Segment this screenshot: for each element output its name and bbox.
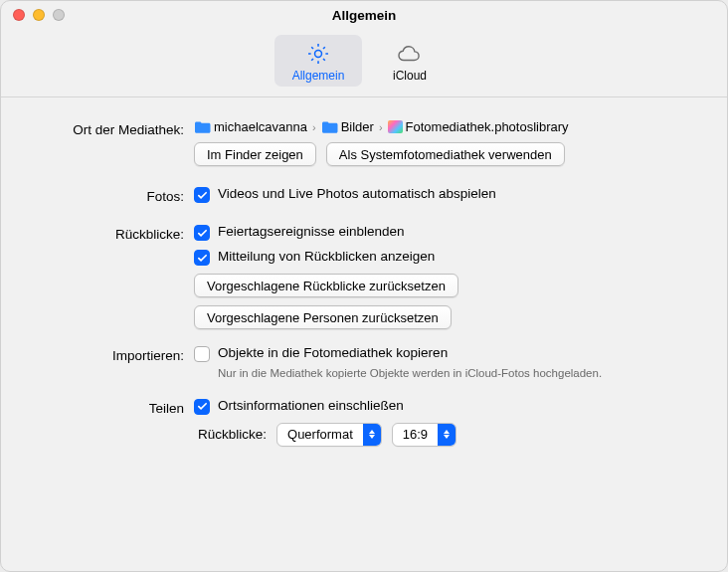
photos-label: Fotos:	[31, 186, 194, 204]
library-path-breadcrumb: michaelcavanna › Bilder › Fotomediathek.…	[194, 119, 697, 134]
holiday-events-checkbox[interactable]	[194, 225, 210, 241]
orientation-select[interactable]: Querformat	[276, 423, 382, 447]
svg-point-0	[315, 51, 322, 58]
chevron-right-icon: ›	[377, 121, 385, 133]
titlebar: Allgemein	[1, 1, 727, 29]
memories-notification-checkbox[interactable]	[194, 250, 210, 266]
use-as-system-library-button[interactable]: Als Systemfotomediathek verwenden	[326, 142, 565, 166]
reset-suggested-people-button[interactable]: Vorgeschlagene Personen zurücksetzen	[194, 305, 452, 329]
preferences-tabbar: Allgemein iCloud	[1, 29, 727, 97]
include-location-checkbox[interactable]	[194, 399, 210, 415]
autoplay-checkbox[interactable]	[194, 187, 210, 203]
folder-icon	[321, 120, 338, 134]
orientation-select-value: Querformat	[277, 427, 363, 442]
select-arrows-icon	[363, 424, 381, 446]
preferences-window: Allgemein Allgemein iCloud Ort der Media…	[0, 0, 728, 572]
tab-general-label: Allgemein	[292, 69, 345, 83]
memories-notification-checkbox-label: Mitteilung von Rückblicken anzeigen	[218, 249, 435, 264]
share-label: Teilen	[31, 398, 194, 416]
import-label: Importieren:	[31, 345, 194, 363]
cloud-icon	[396, 41, 424, 67]
library-location-label: Ort der Mediathek:	[31, 119, 194, 137]
memories-format-label: Rückblicke:	[198, 427, 267, 442]
tab-general[interactable]: Allgemein	[274, 35, 362, 87]
chevron-right-icon: ›	[310, 121, 318, 133]
breadcrumb-seg-2[interactable]: Bilder	[341, 119, 374, 134]
copy-to-library-hint: Nur in die Mediathek kopierte Objekte we…	[218, 366, 697, 382]
memories-label: Rückblicke:	[31, 224, 194, 242]
copy-to-library-checkbox-label: Objekte in die Fotomediathek kopieren	[218, 345, 448, 360]
breadcrumb-seg-3[interactable]: Fotomediathek.photoslibrary	[406, 119, 569, 134]
tab-icloud-label: iCloud	[393, 69, 427, 83]
aspect-ratio-select[interactable]: 16:9	[392, 423, 456, 447]
show-in-finder-button[interactable]: Im Finder zeigen	[194, 142, 316, 166]
breadcrumb-seg-1[interactable]: michaelcavanna	[214, 119, 307, 134]
holiday-events-checkbox-label: Feiertagsereignisse einblenden	[218, 224, 405, 239]
photoslibrary-icon	[388, 120, 403, 133]
aspect-ratio-select-value: 16:9	[393, 427, 438, 442]
preferences-content: Ort der Mediathek: michaelcavanna › Bild…	[1, 97, 727, 571]
include-location-checkbox-label: Ortsinformationen einschließen	[218, 398, 404, 413]
gear-icon	[304, 41, 332, 67]
window-title: Allgemein	[1, 8, 727, 23]
tab-icloud[interactable]: iCloud	[366, 35, 454, 87]
folder-icon	[194, 120, 211, 134]
reset-suggested-memories-button[interactable]: Vorgeschlagene Rückblicke zurücksetzen	[194, 274, 458, 297]
select-arrows-icon	[438, 424, 455, 446]
copy-to-library-checkbox[interactable]	[194, 346, 210, 362]
autoplay-checkbox-label: Videos und Live Photos automatisch abspi…	[218, 186, 496, 201]
